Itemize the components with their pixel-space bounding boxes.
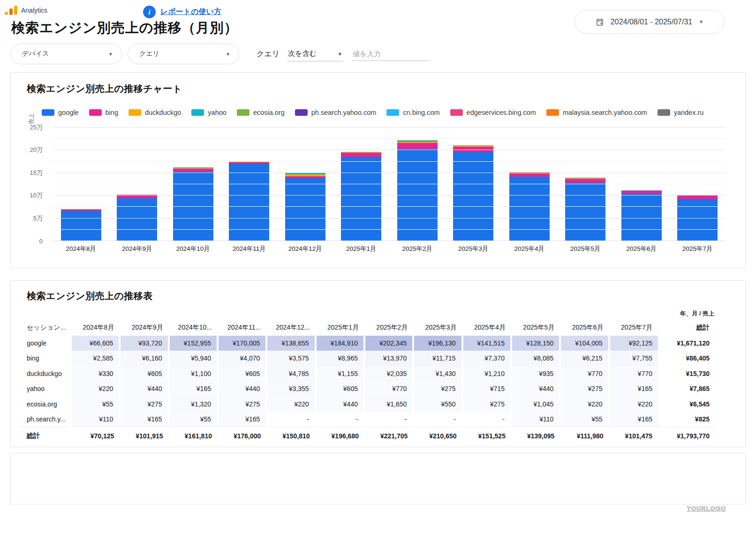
cell-column-total: ¥151,525	[462, 427, 511, 445]
bar-2024年10月[interactable]	[173, 128, 213, 241]
query-filter-label: クエリ	[139, 50, 159, 58]
cell-column-total: ¥161,810	[169, 427, 218, 445]
cell-value: ¥165	[609, 381, 658, 397]
cell-value: ¥5,940	[169, 351, 218, 366]
cell-value: ¥3,575	[266, 351, 315, 366]
bar-2025年7月[interactable]	[677, 128, 718, 241]
bar-segment-bing	[397, 143, 438, 150]
legend-item[interactable]: malaysia.search.yahoo.com	[546, 109, 647, 116]
cell-value: ¥7,755	[609, 351, 658, 366]
bar-segment-bing	[565, 179, 605, 183]
bar-segment-bing	[509, 173, 550, 177]
table-header-month[interactable]: 2024年9月	[120, 320, 168, 336]
chart-bars	[53, 128, 726, 241]
table-title: 検索エンジン別売上の推移表	[27, 290, 153, 302]
cell-value: ¥770	[560, 366, 609, 382]
cell-value: ¥275	[120, 397, 168, 412]
cell-value: ¥605	[218, 366, 266, 382]
bar-2024年11月[interactable]	[229, 128, 269, 241]
report-help-link[interactable]: レポートの使い方	[160, 7, 221, 17]
legend-item[interactable]: ecosia.org	[237, 109, 285, 116]
bar-segment-google	[453, 152, 493, 241]
cell-value: ¥770	[609, 366, 658, 382]
table-row: duckduckgo¥330¥605¥1,100¥605¥4,785¥1,155…	[18, 366, 715, 382]
filter-value-input[interactable]	[352, 47, 429, 61]
condition-select[interactable]: 次を含む ▼	[287, 46, 343, 61]
table-header-month[interactable]: 2024年8月	[71, 320, 120, 336]
cell-column-total: ¥111,980	[560, 427, 609, 445]
legend-item[interactable]: bing	[89, 109, 118, 116]
legend-item[interactable]: duckduckgo	[129, 109, 181, 116]
chevron-down-icon: ▼	[108, 52, 113, 57]
table-header-month[interactable]: 2025年2月	[364, 320, 413, 336]
legend-item[interactable]: edgeservices.bing.com	[450, 109, 536, 116]
cell-value: ¥935	[511, 366, 560, 382]
cell-value: ¥55	[560, 412, 609, 427]
query-filter-dropdown[interactable]: クエリ ▼	[128, 44, 239, 64]
cell-value: ¥55	[71, 397, 120, 412]
table-header-month[interactable]: 2025年7月	[609, 320, 658, 336]
legend-item[interactable]: ph.search.yahoo.com	[295, 109, 377, 116]
bar-2025年3月[interactable]	[453, 128, 493, 241]
table-header-dimension[interactable]: セッション...	[18, 320, 71, 336]
page-title: 検索エンジン別売上の推移（月別）	[11, 19, 238, 38]
gridline	[53, 138, 726, 139]
table-header-total[interactable]: 総計	[658, 320, 715, 336]
chevron-down-icon: ▼	[337, 51, 342, 57]
query-condition-filter: クエリ 次を含む ▼	[257, 46, 429, 61]
bar-2024年8月[interactable]	[61, 128, 101, 241]
cell-value: -	[413, 412, 462, 427]
legend-item[interactable]: yandex.ru	[658, 109, 704, 116]
table-header-month[interactable]: 2025年5月	[511, 320, 560, 336]
bar-2025年4月[interactable]	[509, 128, 550, 241]
bar-2025年6月[interactable]	[621, 128, 662, 241]
legend-label: edgeservices.bing.com	[467, 109, 536, 116]
cell-column-total: ¥101,915	[120, 427, 168, 445]
cell-value: ¥440	[120, 381, 168, 397]
table-header-month[interactable]: 2025年3月	[413, 320, 462, 336]
cell-value: ¥110	[71, 412, 120, 427]
cell-value: ¥220	[560, 397, 609, 412]
legend-item[interactable]: google	[42, 109, 79, 116]
cell-value: ¥220	[71, 381, 120, 397]
bar-2025年1月[interactable]	[341, 128, 381, 241]
device-filter-dropdown[interactable]: デバイス ▼	[10, 44, 122, 64]
x-tick-label: 2025年3月	[446, 245, 502, 253]
legend-swatch	[129, 109, 141, 116]
cell-value: ¥1,045	[511, 397, 560, 412]
cell-value: ¥165	[218, 412, 266, 427]
cell-value: ¥1,320	[169, 397, 218, 412]
date-range-picker[interactable]: 2024/08/01 - 2025/07/31 ▼	[575, 10, 725, 34]
table-header-month[interactable]: 2024年10...	[169, 320, 218, 336]
table-header-month[interactable]: 2025年6月	[560, 320, 609, 336]
table-body: google¥66,605¥93,720¥152,955¥170,005¥138…	[18, 336, 715, 445]
cell-row-total: ¥1,671,120	[658, 336, 715, 351]
cell-value: ¥275	[560, 381, 609, 397]
bar-2024年9月[interactable]	[117, 128, 157, 241]
y-tick-label: 0	[39, 238, 43, 245]
legend-label: duckduckgo	[145, 109, 181, 116]
legend-label: google	[58, 109, 79, 116]
table-header-month[interactable]: 2024年11...	[218, 320, 266, 336]
bar-slot	[446, 128, 502, 241]
legend-item[interactable]: cn.bing.com	[386, 109, 439, 116]
cell-value: ¥55	[169, 412, 218, 427]
table-header-month[interactable]: 2025年4月	[462, 320, 511, 336]
analytics-logo-icon	[5, 6, 17, 15]
cell-value: ¥202,345	[364, 336, 413, 351]
gridline	[53, 206, 726, 207]
filter-bar: デバイス ▼ クエリ ▼ クエリ 次を含む ▼	[10, 44, 429, 64]
x-tick-label: 2025年6月	[613, 245, 670, 253]
bar-segment-google	[677, 199, 718, 241]
info-icon[interactable]: i	[143, 6, 156, 18]
x-tick-label: 2024年9月	[109, 245, 166, 253]
bar-2025年2月[interactable]	[397, 128, 438, 241]
empty-card	[10, 453, 746, 504]
legend-item[interactable]: yahoo	[191, 109, 227, 116]
cell-value: ¥8,965	[316, 351, 364, 366]
table-header-month[interactable]: 2025年1月	[316, 320, 364, 336]
bar-2025年5月[interactable]	[565, 128, 605, 241]
bar-2024年12月[interactable]	[285, 128, 325, 241]
table-header-month[interactable]: 2024年12...	[266, 320, 315, 336]
gridline	[53, 184, 726, 184]
